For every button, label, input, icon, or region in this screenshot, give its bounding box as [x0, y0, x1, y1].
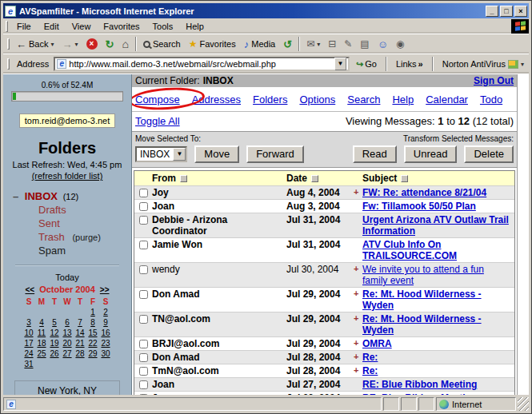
- calendar-day[interactable]: 14: [74, 328, 86, 338]
- message-subject-link[interactable]: Re: Mt. Hood Wilderness - Wyden: [362, 313, 482, 336]
- sort-subject-button[interactable]: [401, 175, 408, 182]
- go-button[interactable]: ↪ Go: [353, 58, 380, 70]
- message-checkbox[interactable]: [139, 315, 148, 324]
- calendar-day[interactable]: 16: [99, 328, 112, 338]
- message-subject-link[interactable]: FW: Re: attendance 8/21/04: [362, 187, 486, 198]
- message-subject-link[interactable]: ATV Club Info On TRAILSOURCE.COM: [362, 239, 457, 261]
- calendar-day[interactable]: [61, 359, 74, 369]
- message-subject-link[interactable]: RE: Blue Ribbon Meeting: [362, 379, 477, 390]
- print-button[interactable]: ⊟: [324, 37, 340, 52]
- message-subject-link[interactable]: Urgent Arizona ATV Outlaw Trail Informat…: [362, 214, 509, 237]
- nav-compose[interactable]: Compose: [135, 94, 180, 105]
- sort-from-button[interactable]: [180, 175, 187, 182]
- address-dropdown-icon[interactable]: ▼: [334, 58, 346, 70]
- message-checkbox[interactable]: [139, 367, 148, 376]
- calendar-day[interactable]: 21: [74, 338, 86, 348]
- maximize-button[interactable]: □: [500, 6, 513, 17]
- sign-out-link[interactable]: Sign Out: [474, 75, 514, 86]
- forward-button[interactable]: → ▾: [58, 37, 82, 52]
- message-checkbox[interactable]: [139, 241, 148, 249]
- calendar-day[interactable]: 11: [35, 328, 48, 338]
- message-subject-link[interactable]: OMRA: [362, 338, 392, 349]
- calendar-day[interactable]: [35, 307, 48, 317]
- select-dropdown-icon[interactable]: ▼: [173, 148, 186, 161]
- calendar-day[interactable]: 10: [22, 328, 35, 338]
- nav-calendar[interactable]: Calendar: [426, 94, 468, 105]
- message-subject-link[interactable]: Re: Mt. Hood Wilderness - Wyden: [362, 289, 482, 311]
- message-checkbox[interactable]: [139, 265, 148, 274]
- calendar-day[interactable]: 5: [48, 317, 61, 328]
- calendar-day[interactable]: 9: [99, 317, 112, 328]
- mail-dropdown-icon[interactable]: ▾: [317, 41, 320, 48]
- calendar-day[interactable]: [74, 307, 86, 317]
- folder-sent[interactable]: Sent: [38, 217, 131, 229]
- calendar-day[interactable]: [22, 307, 35, 317]
- menu-file[interactable]: File: [10, 20, 38, 33]
- calendar-day[interactable]: 15: [86, 328, 99, 338]
- calendar-day[interactable]: [35, 359, 48, 369]
- message-checkbox[interactable]: [139, 340, 148, 348]
- message-checkbox[interactable]: [139, 290, 148, 299]
- home-button[interactable]: ⌂: [118, 37, 132, 52]
- toolbar-grip[interactable]: [7, 58, 10, 70]
- minimize-button[interactable]: _: [486, 6, 498, 17]
- calendar-day[interactable]: 3: [22, 317, 35, 328]
- calendar-day[interactable]: [74, 359, 86, 369]
- calendar-day[interactable]: [86, 359, 99, 369]
- menu-help[interactable]: Help: [179, 20, 210, 33]
- calendar-next-link[interactable]: >>: [100, 285, 110, 294]
- refresh-folder-list-link[interactable]: (refresh folder list): [32, 171, 103, 181]
- calendar-day[interactable]: [48, 307, 61, 317]
- messenger-button[interactable]: ☺: [374, 37, 392, 52]
- calendar-day[interactable]: 8: [86, 317, 99, 328]
- calendar-day[interactable]: 6: [61, 317, 74, 328]
- toggle-all-link[interactable]: Toggle All: [135, 115, 180, 127]
- edit-button[interactable]: ✎: [340, 37, 356, 52]
- history-button[interactable]: ↺: [279, 37, 296, 52]
- calendar-day[interactable]: 28: [74, 348, 86, 359]
- message-checkbox[interactable]: [139, 216, 148, 225]
- nav-folders[interactable]: Folders: [253, 94, 287, 105]
- toolbar-grip[interactable]: [7, 38, 10, 50]
- read-button[interactable]: Read: [353, 145, 397, 163]
- norton-antivirus-button[interactable]: Norton AntiVirus ▾: [439, 59, 527, 69]
- links-menu[interactable]: Links »: [393, 59, 426, 69]
- mail-button[interactable]: ✉ ▾: [302, 37, 324, 52]
- calendar-day[interactable]: 20: [61, 338, 74, 348]
- address-input[interactable]: e http://www.mail.demo-3.net/webmail/src…: [54, 57, 350, 71]
- calendar-day[interactable]: 7: [74, 317, 86, 328]
- calendar-prev-link[interactable]: <<: [25, 285, 34, 294]
- menu-view[interactable]: View: [66, 20, 98, 33]
- message-checkbox[interactable]: [139, 202, 148, 211]
- calendar-day[interactable]: 17: [22, 338, 35, 348]
- nav-help[interactable]: Help: [392, 94, 414, 105]
- close-button[interactable]: ×: [514, 6, 527, 17]
- calendar-day[interactable]: [61, 307, 74, 317]
- document-button[interactable]: ▤: [356, 37, 373, 52]
- menu-edit[interactable]: Edit: [38, 20, 66, 33]
- back-dropdown-icon[interactable]: ▾: [50, 41, 54, 48]
- calendar-day[interactable]: 24: [22, 348, 35, 359]
- calendar-day[interactable]: 1: [86, 307, 99, 317]
- nav-search[interactable]: Search: [347, 94, 380, 105]
- folder-inbox[interactable]: – INBOX (12): [13, 190, 131, 202]
- media-button[interactable]: ♪ Media: [240, 37, 279, 52]
- menu-favorites[interactable]: Favorites: [97, 20, 146, 33]
- forward-dropdown-icon[interactable]: ▾: [74, 41, 78, 48]
- calendar-day[interactable]: 12: [48, 328, 61, 338]
- collapse-icon[interactable]: –: [13, 190, 18, 202]
- calendar-day[interactable]: 19: [48, 338, 61, 348]
- toolbar-grip[interactable]: [6, 21, 8, 32]
- message-checkbox[interactable]: [139, 189, 148, 197]
- nav-options[interactable]: Options: [299, 94, 335, 105]
- calendar-day[interactable]: [48, 359, 61, 369]
- message-subject-link[interactable]: Re:: [362, 352, 378, 363]
- favorites-button[interactable]: ★ Favorites: [185, 37, 240, 52]
- folder-trash[interactable]: Trash (purge): [38, 231, 131, 243]
- calendar-day[interactable]: 26: [48, 348, 61, 359]
- sort-date-button[interactable]: [311, 175, 318, 182]
- move-button[interactable]: Move: [194, 145, 239, 163]
- calendar-day[interactable]: 18: [35, 338, 48, 348]
- calendar-day[interactable]: 22: [86, 338, 99, 348]
- calendar-day[interactable]: 4: [35, 317, 48, 328]
